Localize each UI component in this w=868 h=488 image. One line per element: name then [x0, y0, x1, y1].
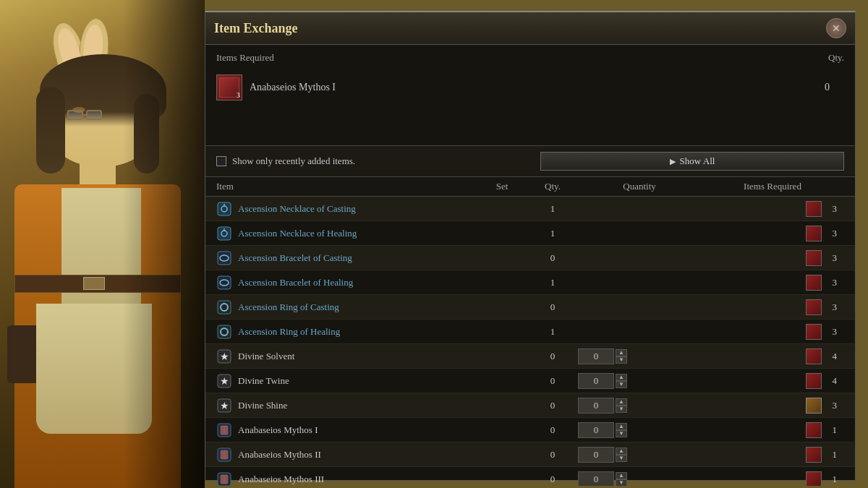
req-num: 1 [825, 449, 837, 461]
quantity-up-arrow[interactable]: ▲ [616, 398, 627, 406]
svg-text:★: ★ [220, 376, 229, 387]
table-row[interactable]: Ascension Bracelet of Casting03 [205, 246, 855, 270]
required-item-qty: 0 [825, 82, 844, 93]
req-num: 3 [825, 228, 837, 239]
item-name-text: Ascension Bracelet of Casting [238, 252, 352, 264]
item-qty-cell: 0 [527, 351, 578, 362]
quantity-box[interactable]: 0 [578, 398, 614, 414]
req-icon [806, 226, 822, 241]
item-quantity-cell[interactable]: 0▲▼ [578, 422, 701, 438]
quantity-arrows[interactable]: ▲▼ [616, 374, 627, 388]
quantity-up-arrow[interactable]: ▲ [616, 423, 627, 430]
item-qty-cell: 0 [527, 449, 578, 461]
show-all-button[interactable]: ▶ Show All [540, 152, 844, 171]
req-num: 1 [825, 474, 837, 485]
table-row[interactable]: ★ Divine Twine00▲▼4 [205, 369, 855, 393]
quantity-arrows[interactable]: ▲▼ [616, 349, 627, 364]
quantity-stepper-group[interactable]: 0▲▼ [578, 373, 701, 389]
items-list[interactable]: Ascension Necklace of Casting13 Ascensio… [205, 197, 855, 486]
req-icon [806, 275, 822, 291]
quantity-down-arrow[interactable]: ▼ [616, 356, 627, 364]
item-quantity-cell[interactable]: 0▲▼ [578, 471, 701, 487]
items-required-cell: 4 [701, 348, 844, 364]
show-recent-label[interactable]: Show only recently added items. [216, 155, 355, 167]
items-required-cell: 3 [701, 324, 844, 340]
item-qty-cell: 0 [527, 301, 578, 313]
quantity-up-arrow[interactable]: ▲ [616, 374, 627, 381]
item-qty-cell: 1 [527, 203, 578, 215]
items-required-cell: 3 [701, 398, 844, 414]
table-row[interactable]: Ascension Bracelet of Healing13 [205, 270, 855, 295]
table-row[interactable]: Anabaseios Mythos I00▲▼1 [205, 418, 855, 442]
item-qty-cell: 1 [527, 228, 578, 239]
item-name-text: Anabaseios Mythos II [238, 449, 321, 461]
quantity-box[interactable]: 0 [578, 447, 614, 463]
req-num: 3 [825, 326, 837, 338]
table-row[interactable]: Anabaseios Mythos III00▲▼1 [205, 467, 855, 486]
quantity-down-arrow[interactable]: ▼ [616, 406, 627, 413]
items-required-cell: 3 [701, 299, 844, 315]
quantity-arrows[interactable]: ▲▼ [616, 398, 627, 413]
item-name-cell: Anabaseios Mythos I [216, 422, 477, 438]
item-name-text: Ascension Necklace of Healing [238, 228, 357, 239]
quantity-stepper-group[interactable]: 0▲▼ [578, 348, 701, 364]
quantity-down-arrow[interactable]: ▼ [616, 479, 627, 487]
item-quantity-cell[interactable]: 0▲▼ [578, 373, 701, 389]
req-num: 4 [825, 375, 837, 387]
table-row[interactable]: ★ Divine Shine00▲▼3 [205, 393, 855, 418]
item-name-cell: Ascension Necklace of Casting [216, 201, 477, 217]
quantity-box[interactable]: 0 [578, 471, 614, 487]
col-set: Set [477, 181, 527, 192]
item-quantity-cell[interactable]: 0▲▼ [578, 348, 701, 364]
table-row[interactable]: Ascension Necklace of Healing13 [205, 221, 855, 246]
quantity-box[interactable]: 0 [578, 422, 614, 438]
quantity-stepper-group[interactable]: 0▲▼ [578, 471, 701, 487]
show-recent-checkbox[interactable] [216, 156, 226, 166]
item-qty-cell: 1 [527, 277, 578, 288]
table-row[interactable]: Ascension Ring of Casting03 [205, 295, 855, 320]
item-name-text: Divine Twine [238, 375, 289, 387]
quantity-box[interactable]: 0 [578, 373, 614, 389]
item-name-cell: Anabaseios Mythos II [216, 447, 477, 463]
table-row[interactable]: Ascension Necklace of Casting13 [205, 197, 855, 221]
table-row[interactable]: Anabaseios Mythos II00▲▼1 [205, 442, 855, 467]
svg-rect-12 [218, 325, 231, 338]
quantity-arrows[interactable]: ▲▼ [616, 472, 627, 487]
svg-text:★: ★ [220, 401, 229, 411]
req-icon [806, 398, 822, 414]
item-quantity-cell[interactable]: 0▲▼ [578, 398, 701, 414]
quantity-arrows[interactable]: ▲▼ [616, 423, 627, 437]
col-item: Item [216, 181, 477, 192]
item-name-cell: Anabaseios Mythos III [216, 471, 477, 487]
quantity-stepper-group[interactable]: 0▲▼ [578, 398, 701, 414]
required-item-icon: 3 [216, 74, 242, 100]
quantity-arrows[interactable]: ▲▼ [616, 448, 627, 462]
dialog-title: Item Exchange [214, 21, 298, 36]
req-icon [806, 250, 822, 266]
req-icon [806, 447, 822, 463]
req-num: 3 [825, 400, 837, 411]
bracelet-icon [216, 275, 232, 291]
item-qty-cell: 1 [527, 326, 578, 338]
quantity-stepper-group[interactable]: 0▲▼ [578, 447, 701, 463]
quantity-up-arrow[interactable]: ▲ [616, 472, 627, 479]
items-required-cell: 3 [701, 250, 844, 266]
item-qty-cell: 0 [527, 474, 578, 485]
quantity-box[interactable]: 0 [578, 348, 614, 364]
item-name-cell: ★ Divine Solvent [216, 348, 477, 364]
ring-icon [216, 299, 232, 315]
quantity-up-arrow[interactable]: ▲ [616, 448, 627, 455]
quantity-down-arrow[interactable]: ▼ [616, 381, 627, 388]
quantity-stepper-group[interactable]: 0▲▼ [578, 422, 701, 438]
table-row[interactable]: Ascension Ring of Healing13 [205, 320, 855, 344]
quantity-up-arrow[interactable]: ▲ [616, 349, 627, 356]
required-label: Items Required [216, 52, 274, 64]
items-required-cell: 4 [701, 373, 844, 389]
quantity-down-arrow[interactable]: ▼ [616, 430, 627, 437]
item-name-cell: Ascension Bracelet of Casting [216, 250, 477, 266]
close-button[interactable]: ✕ [826, 18, 846, 38]
table-row[interactable]: ★ Divine Solvent00▲▼4 [205, 344, 855, 369]
item-quantity-cell[interactable]: 0▲▼ [578, 447, 701, 463]
quantity-down-arrow[interactable]: ▼ [616, 455, 627, 462]
item-name-text: Ascension Ring of Casting [238, 301, 339, 313]
